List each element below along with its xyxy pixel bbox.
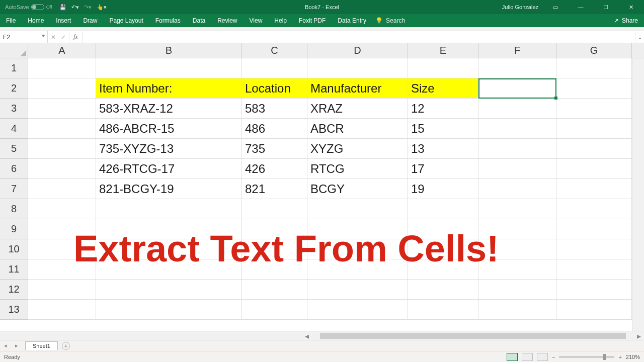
cell-A13[interactable] [28,300,96,320]
formula-input[interactable] [83,31,635,43]
ribbon-options-icon[interactable]: ▭ [544,0,567,14]
tab-insert[interactable]: Insert [50,14,77,27]
cell-A12[interactable] [28,280,96,300]
cell-A3[interactable] [28,99,96,119]
row-header-8[interactable]: 8 [0,199,28,219]
select-all-button[interactable] [0,43,28,58]
row-header-6[interactable]: 6 [0,159,28,179]
tell-me-search[interactable]: 💡Search [375,17,405,24]
row-header-11[interactable]: 11 [0,259,28,280]
cell-C1[interactable] [242,58,307,78]
cell-A10[interactable] [28,239,96,259]
cell-E6[interactable]: 17 [408,159,478,179]
autosave-toggle[interactable]: AutoSave Off [5,4,52,10]
cell-C4[interactable]: 486 [242,119,307,139]
tab-review[interactable]: Review [211,14,243,27]
cell-C9[interactable] [242,219,307,239]
cell-F4[interactable] [478,119,556,139]
cell-C5[interactable]: 735 [242,139,307,159]
cell-D1[interactable] [307,58,408,78]
view-page-layout-button[interactable] [522,353,533,361]
row-header-13[interactable]: 13 [0,300,28,320]
column-header-G[interactable]: G [556,43,632,58]
column-header-F[interactable]: F [478,43,556,58]
save-icon[interactable]: 💾 [59,4,66,11]
cell-D9[interactable] [307,219,408,239]
tab-draw[interactable]: Draw [77,14,103,27]
cell-F8[interactable] [478,199,556,219]
cell-E2[interactable]: Size [408,78,478,99]
sheet-nav-prev-icon[interactable]: ◂ [0,342,11,349]
cell-F1[interactable] [478,58,556,78]
cell-E10[interactable] [408,239,478,259]
cell-D2[interactable]: Manufacturer [307,78,408,99]
row-header-9[interactable]: 9 [0,219,28,239]
horizontal-scrollbar[interactable]: ◂ ▸ [0,331,644,340]
column-header-A[interactable]: A [28,43,96,58]
cell-E9[interactable] [408,219,478,239]
cell-G4[interactable] [556,119,632,139]
cell-B1[interactable] [96,58,242,78]
vertical-scrollbar[interactable] [632,58,644,331]
enter-formula-icon[interactable]: ✓ [61,34,66,41]
cell-D5[interactable]: XYZG [307,139,408,159]
row-header-4[interactable]: 4 [0,119,28,139]
cell-E12[interactable] [408,280,478,300]
cell-B4[interactable]: 486-ABCR-15 [96,119,242,139]
cell-A7[interactable] [28,179,96,199]
touch-mode-icon[interactable]: 👆▾ [97,4,107,11]
cell-A4[interactable] [28,119,96,139]
sheet-nav-next-icon[interactable]: ▸ [11,342,22,349]
cell-B10[interactable] [96,239,242,259]
cell-A8[interactable] [28,199,96,219]
cell-C2[interactable]: Location [242,78,307,99]
cell-F3[interactable] [478,99,556,119]
sheet-tab-sheet1[interactable]: Sheet1 [25,341,58,350]
view-page-break-button[interactable] [537,353,548,361]
cell-B9[interactable] [96,219,242,239]
cell-A5[interactable] [28,139,96,159]
column-header-C[interactable]: C [242,43,307,58]
add-sheet-button[interactable]: + [62,342,70,350]
row-header-5[interactable]: 5 [0,139,28,159]
cell-C10[interactable] [242,239,307,259]
close-button[interactable]: ✕ [620,0,642,14]
cell-D7[interactable]: BCGY [307,179,408,199]
cell-B2[interactable]: Item Number: [96,78,242,99]
cell-G8[interactable] [556,199,632,219]
cell-G5[interactable] [556,139,632,159]
cell-F2[interactable] [478,78,556,99]
cell-C12[interactable] [242,280,307,300]
minimize-button[interactable]: — [570,0,592,14]
cell-F10[interactable] [478,239,556,259]
tab-formulas[interactable]: Formulas [149,14,187,27]
tab-foxit-pdf[interactable]: Foxit PDF [293,14,332,27]
cell-D11[interactable] [307,259,408,280]
row-header-1[interactable]: 1 [0,58,28,78]
cell-B7[interactable]: 821-BCGY-19 [96,179,242,199]
cell-G1[interactable] [556,58,632,78]
column-header-B[interactable]: B [96,43,242,58]
fx-icon[interactable]: fx [69,31,83,43]
cell-F9[interactable] [478,219,556,239]
user-name[interactable]: Julio Gonzalez [502,4,538,10]
row-header-3[interactable]: 3 [0,99,28,119]
cell-A6[interactable] [28,159,96,179]
cell-D6[interactable]: RTCG [307,159,408,179]
cell-D12[interactable] [307,280,408,300]
zoom-slider[interactable] [559,356,614,358]
cell-D13[interactable] [307,300,408,320]
maximize-button[interactable]: ☐ [595,0,617,14]
cell-F12[interactable] [478,280,556,300]
cell-D8[interactable] [307,199,408,219]
cell-B8[interactable] [96,199,242,219]
cell-E4[interactable]: 15 [408,119,478,139]
zoom-level[interactable]: 210% [626,354,640,360]
cell-E8[interactable] [408,199,478,219]
cell-E13[interactable] [408,300,478,320]
cell-A11[interactable] [28,259,96,280]
cell-E5[interactable]: 13 [408,139,478,159]
cell-B6[interactable]: 426-RTCG-17 [96,159,242,179]
cell-B13[interactable] [96,300,242,320]
tab-home[interactable]: Home [22,14,50,27]
